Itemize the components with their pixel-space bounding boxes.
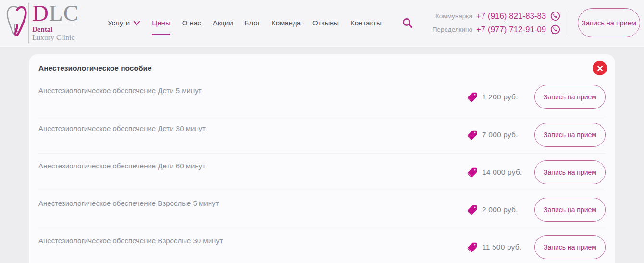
contact-row: Коммунарка +7 (916) 821-83-83: [433, 11, 561, 22]
logo-abbr-rest: LC: [49, 0, 79, 25]
search-icon[interactable]: [402, 17, 413, 29]
nav-item-label: О нас: [182, 19, 201, 27]
service-name: Анестезиологическое обеспечение Взрослые…: [38, 191, 219, 207]
nav-item-o-nas[interactable]: О нас: [182, 19, 201, 27]
row-appointment-button[interactable]: Запись на прием: [534, 198, 606, 222]
price-rows: Анестезиологическое обеспечение Дети 5 м…: [38, 78, 606, 263]
magnifier-glyph: [402, 17, 413, 29]
row-appointment-button[interactable]: Запись на прием: [534, 235, 606, 259]
price-group: 11 500 руб. Запись на прием: [467, 235, 606, 259]
nav-item-kontakty[interactable]: Контакты: [350, 19, 382, 27]
nav-item-uslugi[interactable]: Услуги: [108, 19, 140, 27]
service-name: Анестезиологическое обеспечение Дети 30 …: [38, 116, 206, 132]
tooth-icon: [5, 2, 27, 44]
nav-item-label: Команда: [272, 19, 301, 27]
price-tag-icon: [467, 242, 478, 252]
contact-location: Переделкино: [433, 26, 472, 33]
nav-item-label: Контакты: [350, 19, 382, 27]
logo-divider: [28, 3, 29, 43]
chevron-down-icon: [133, 21, 140, 25]
appointment-button[interactable]: Запись на прием: [578, 8, 640, 37]
price-value: 14 000 руб.: [482, 168, 534, 177]
nav-item-label: Услуги: [108, 19, 130, 27]
contact-location: Коммунарка: [435, 12, 472, 20]
nav-item-label: Акции: [213, 19, 233, 27]
logo-tagline-1: Dental: [32, 25, 79, 34]
price-value: 2 000 руб.: [482, 205, 534, 214]
whatsapp-icon[interactable]: [550, 11, 561, 22]
service-name: Анестезиологическое обеспечение Дети 60 …: [38, 154, 206, 170]
brand-logo[interactable]: DLC Dental Luxury Clinic: [5, 2, 79, 44]
logo-abbr: DLC: [32, 4, 79, 23]
header-divider: [569, 11, 569, 36]
nav-item-blog[interactable]: Блог: [245, 19, 260, 27]
service-name: Анестезиологическое обеспечение Взрослые…: [38, 228, 223, 245]
panel-title: Анестезиологическое пособие: [38, 64, 152, 72]
price-group: 14 000 руб. Запись на прием: [467, 160, 606, 184]
whatsapp-icon[interactable]: [550, 24, 561, 35]
logo-abbr-first: D: [32, 0, 49, 25]
price-row: Анестезиологическое обеспечение Взрослые…: [38, 228, 606, 263]
contact-row: Переделкино +7 (977) 712-91-09: [433, 24, 561, 35]
whatsapp-glyph: [550, 24, 561, 35]
nav-item-label: Цены: [152, 19, 171, 27]
site-header: DLC Dental Luxury Clinic Услуги Цены О н…: [0, 0, 644, 47]
price-group: 1 200 руб. Запись на прием: [467, 85, 606, 109]
price-value: 11 500 руб.: [482, 243, 534, 251]
main-nav: Услуги Цены О нас Акции Блог Команда Отз…: [108, 19, 382, 27]
price-tag-icon: [467, 130, 478, 140]
row-appointment-button[interactable]: Запись на прием: [534, 160, 606, 184]
logo-tagline-2: Luxury Clinic: [32, 34, 79, 42]
nav-item-tseny[interactable]: Цены: [152, 19, 171, 27]
whatsapp-glyph: [550, 11, 561, 22]
price-group: 7 000 руб. Запись на прием: [467, 123, 606, 147]
nav-item-label: Отзывы: [312, 19, 339, 27]
price-tag-icon: [467, 204, 478, 215]
nav-item-label: Блог: [245, 19, 260, 27]
close-icon[interactable]: [593, 61, 607, 75]
nav-item-aktsii[interactable]: Акции: [213, 19, 233, 27]
row-appointment-button[interactable]: Запись на прием: [534, 85, 606, 109]
price-row: Анестезиологическое обеспечение Дети 60 …: [38, 153, 606, 191]
nav-item-komanda[interactable]: Команда: [272, 19, 301, 27]
price-row: Анестезиологическое обеспечение Взрослые…: [38, 191, 606, 228]
price-value: 7 000 руб.: [482, 131, 534, 139]
price-row: Анестезиологическое обеспечение Дети 5 м…: [38, 78, 606, 116]
logo-text: DLC Dental Luxury Clinic: [32, 4, 79, 42]
page-content: Анестезиологическое пособие Анестезиолог…: [0, 47, 644, 263]
phone-link[interactable]: +7 (916) 821-83-83: [476, 12, 546, 21]
contacts-block: Коммунарка +7 (916) 821-83-83 Переделкин…: [433, 11, 561, 35]
price-row: Анестезиологическое обеспечение Дети 30 …: [38, 116, 606, 153]
panel-header: Анестезиологическое пособие: [38, 54, 606, 78]
price-tag-icon: [467, 92, 478, 102]
nav-item-otzyvy[interactable]: Отзывы: [312, 19, 339, 27]
x-glyph: [597, 65, 603, 72]
phone-link[interactable]: +7 (977) 712-91-09: [476, 25, 546, 34]
price-value: 1 200 руб.: [482, 93, 534, 101]
row-appointment-button[interactable]: Запись на прием: [534, 123, 606, 147]
price-panel: Анестезиологическое пособие Анестезиолог…: [29, 54, 615, 263]
service-name: Анестезиологическое обеспечение Дети 5 м…: [38, 78, 202, 95]
price-group: 2 000 руб. Запись на прием: [467, 198, 606, 222]
price-tag-icon: [467, 167, 478, 178]
